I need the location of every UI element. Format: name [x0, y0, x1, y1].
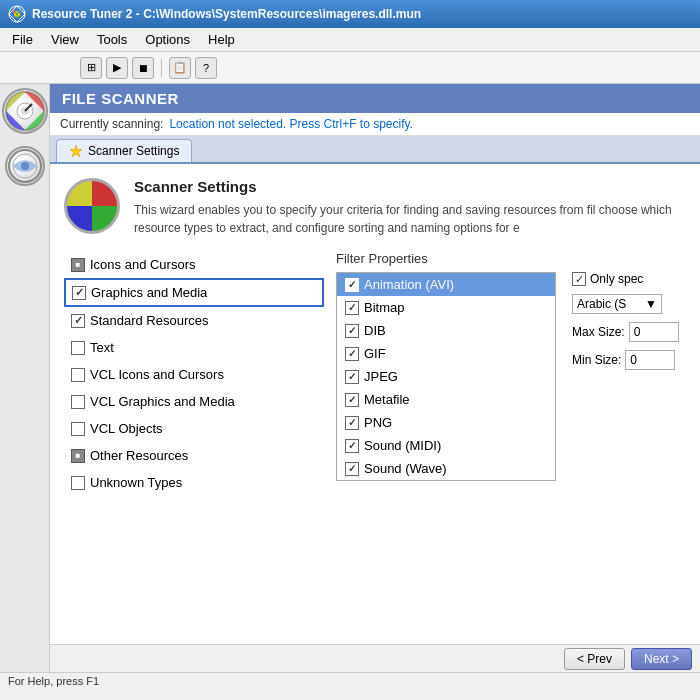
checkbox-graphics[interactable]: [72, 286, 86, 300]
min-size-label: Min Size:: [572, 353, 621, 367]
checklist-label-other: Other Resources: [90, 448, 188, 463]
settings-description: This wizard enables you to specify your …: [134, 201, 686, 237]
filter-list: Animation (AVI) Bitmap DIB: [336, 272, 556, 481]
filter-check-jpeg[interactable]: [345, 370, 359, 384]
checkbox-standard[interactable]: [71, 314, 85, 328]
bottom-bar: < Prev Next >: [50, 644, 700, 672]
filter-item-wave[interactable]: Sound (Wave): [337, 457, 555, 480]
app-icon: [8, 5, 26, 23]
checkbox-other[interactable]: [71, 449, 85, 463]
main-container: FILE SCANNER Currently scanning: Locatio…: [0, 84, 700, 672]
settings-title: Scanner Settings: [134, 178, 686, 195]
checklist-item-text[interactable]: Text: [64, 334, 324, 361]
filter-label-jpeg: JPEG: [364, 369, 398, 384]
status-footer: For Help, press F1: [0, 672, 700, 692]
checkbox-vcl-icons[interactable]: [71, 368, 85, 382]
dropdown-arrow: ▼: [645, 297, 657, 311]
prev-button[interactable]: < Prev: [564, 648, 625, 670]
checklist-item-unknown[interactable]: Unknown Types: [64, 469, 324, 496]
menu-file[interactable]: File: [4, 30, 41, 49]
app-logo-2: [5, 146, 45, 186]
max-size-label: Max Size:: [572, 325, 625, 339]
toolbar-btn-play[interactable]: ▶: [106, 57, 128, 79]
checkbox-unknown[interactable]: [71, 476, 85, 490]
filter-item-avi[interactable]: Animation (AVI): [337, 273, 555, 296]
left-panel: [0, 84, 50, 672]
only-spec-label: Only spec: [590, 272, 643, 286]
tab-bar: Scanner Settings: [50, 136, 700, 164]
filter-check-gif[interactable]: [345, 347, 359, 361]
only-spec-checkbox[interactable]: [572, 272, 586, 286]
max-size-input[interactable]: [629, 322, 679, 342]
file-scanner-title: FILE SCANNER: [62, 90, 179, 107]
settings-header-row: Scanner Settings This wizard enables you…: [64, 178, 686, 237]
filter-label-midi: Sound (MIDI): [364, 438, 441, 453]
filter-label-avi: Animation (AVI): [364, 277, 454, 292]
settings-icon: [64, 178, 120, 234]
toolbar-btn-clipboard[interactable]: 📋: [169, 57, 191, 79]
checklist-label-vcl-icons: VCL Icons and Cursors: [90, 367, 224, 382]
checklist-label-icons: Icons and Cursors: [90, 257, 196, 272]
filter-item-jpeg[interactable]: JPEG: [337, 365, 555, 388]
filter-item-bitmap[interactable]: Bitmap: [337, 296, 555, 319]
min-size-input[interactable]: [625, 350, 675, 370]
status-footer-text: For Help, press F1: [8, 675, 99, 687]
filter-item-metafile[interactable]: Metafile: [337, 388, 555, 411]
status-link[interactable]: Location not selected. Press Ctrl+F to s…: [169, 117, 413, 131]
checklist-label-vcl-objects: VCL Objects: [90, 421, 163, 436]
content-area: FILE SCANNER Currently scanning: Locatio…: [50, 84, 700, 672]
filter-item-dib[interactable]: DIB: [337, 319, 555, 342]
star-icon: [69, 144, 83, 158]
toolbar-btn-grid[interactable]: ⊞: [80, 57, 102, 79]
checkbox-icons[interactable]: [71, 258, 85, 272]
checkbox-text[interactable]: [71, 341, 85, 355]
toolbar: ⊞ ▶ ⏹ 📋 ?: [0, 52, 700, 84]
filter-check-bitmap[interactable]: [345, 301, 359, 315]
status-bar: Currently scanning: Location not selecte…: [50, 113, 700, 136]
menu-view[interactable]: View: [43, 30, 87, 49]
settings-text: Scanner Settings This wizard enables you…: [134, 178, 686, 237]
filter-title: Filter Properties: [336, 251, 686, 266]
title-bar: Resource Tuner 2 - C:\Windows\SystemReso…: [0, 0, 700, 28]
checklist-item-vcl-icons[interactable]: VCL Icons and Cursors: [64, 361, 324, 388]
language-dropdown[interactable]: Arabic (S ▼: [572, 294, 662, 314]
checklist-label-unknown: Unknown Types: [90, 475, 182, 490]
checklist-label-text: Text: [90, 340, 114, 355]
checklist-label-standard: Standard Resources: [90, 313, 209, 328]
filter-check-avi[interactable]: [345, 278, 359, 292]
toolbar-btn-stop[interactable]: ⏹: [132, 57, 154, 79]
filter-check-midi[interactable]: [345, 439, 359, 453]
only-spec-row: Only spec: [572, 272, 686, 286]
toolbar-btn-help[interactable]: ?: [195, 57, 217, 79]
tab-label: Scanner Settings: [88, 144, 179, 158]
filter-check-metafile[interactable]: [345, 393, 359, 407]
filter-check-dib[interactable]: [345, 324, 359, 338]
checkbox-vcl-objects[interactable]: [71, 422, 85, 436]
tab-scanner-settings[interactable]: Scanner Settings: [56, 139, 192, 162]
filter-check-png[interactable]: [345, 416, 359, 430]
filter-label-gif: GIF: [364, 346, 386, 361]
checklist-item-graphics[interactable]: Graphics and Media: [64, 278, 324, 307]
checklist-item-standard[interactable]: Standard Resources: [64, 307, 324, 334]
file-scanner-header: FILE SCANNER: [50, 84, 700, 113]
toolbar-separator: [161, 59, 162, 77]
menu-tools[interactable]: Tools: [89, 30, 135, 49]
checkbox-vcl-graphics[interactable]: [71, 395, 85, 409]
filter-label-wave: Sound (Wave): [364, 461, 447, 476]
filter-item-gif[interactable]: GIF: [337, 342, 555, 365]
menu-help[interactable]: Help: [200, 30, 243, 49]
menu-options[interactable]: Options: [137, 30, 198, 49]
status-label: Currently scanning:: [60, 117, 163, 131]
next-button[interactable]: Next >: [631, 648, 692, 670]
title-text: Resource Tuner 2 - C:\Windows\SystemReso…: [32, 7, 421, 21]
filter-item-midi[interactable]: Sound (MIDI): [337, 434, 555, 457]
checklist-item-icons[interactable]: Icons and Cursors: [64, 251, 324, 278]
checklist-item-vcl-objects[interactable]: VCL Objects: [64, 415, 324, 442]
checklist-item-other[interactable]: Other Resources: [64, 442, 324, 469]
svg-marker-9: [70, 145, 82, 157]
checklist: Icons and Cursors Graphics and Media Sta…: [64, 251, 324, 496]
svg-point-8: [21, 162, 29, 170]
filter-item-png[interactable]: PNG: [337, 411, 555, 434]
checklist-item-vcl-graphics[interactable]: VCL Graphics and Media: [64, 388, 324, 415]
filter-check-wave[interactable]: [345, 462, 359, 476]
